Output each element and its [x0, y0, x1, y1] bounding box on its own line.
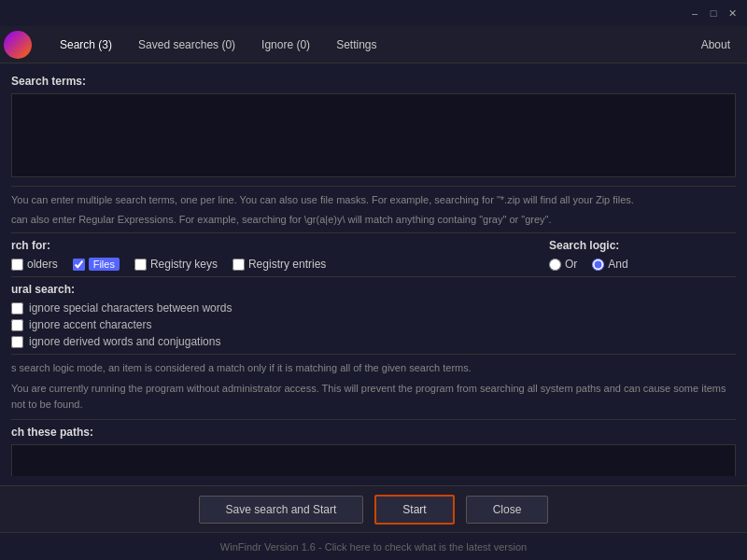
search-paths-input[interactable] [11, 444, 736, 476]
start-button[interactable]: Start [374, 495, 454, 525]
menu-bar: Search (3) Saved searches (0) Ignore (0)… [0, 26, 747, 63]
checkbox-files-input[interactable] [73, 259, 85, 271]
radio-and-label: And [608, 258, 627, 271]
checkbox-registry-keys[interactable]: Registry keys [134, 258, 218, 271]
natural-ignore-accent-label: ignore accent characters [29, 318, 151, 331]
checkbox-registry-entries-label: Registry entries [248, 258, 326, 271]
close-button[interactable]: ✕ [725, 6, 740, 21]
search-terms-input[interactable] [11, 93, 736, 177]
app-logo [4, 31, 32, 59]
search-paths-header: ch these paths: [11, 426, 736, 439]
warning-line1: s search logic mode, an item is consider… [11, 360, 736, 377]
natural-search-header: ural search: [11, 283, 736, 296]
search-logic-panel: Search logic: Or And [549, 239, 736, 271]
menu-saved-searches[interactable]: Saved searches (0) [125, 33, 248, 57]
menu-ignore[interactable]: Ignore (0) [248, 33, 323, 57]
status-text[interactable]: WinFindr Version 1.6 - Click here to che… [220, 541, 527, 553]
search-terms-header: Search terms: [11, 75, 736, 88]
menu-about[interactable]: About [688, 33, 743, 57]
status-bar[interactable]: WinFindr Version 1.6 - Click here to che… [0, 532, 747, 560]
radio-and[interactable]: And [592, 258, 627, 271]
checkbox-folders-label: olders [27, 258, 58, 271]
checkbox-registry-keys-input[interactable] [134, 259, 147, 271]
radio-or[interactable]: Or [549, 258, 577, 271]
natural-ignore-accent-input[interactable] [11, 319, 23, 331]
close-button-bottom[interactable]: Close [466, 496, 549, 524]
checkbox-registry-entries[interactable]: Registry entries [233, 258, 326, 271]
checkbox-folders-input[interactable] [11, 259, 23, 271]
menu-settings[interactable]: Settings [323, 33, 389, 57]
radio-or-label: Or [565, 258, 577, 271]
checkbox-files-label: Files [89, 258, 120, 271]
search-for-left: rch for: olders Files Registry keys Regi… [11, 239, 549, 271]
natural-ignore-derived[interactable]: ignore derived words and conjugations [11, 335, 736, 348]
search-for-label: rch for: [11, 239, 549, 252]
save-search-start-button[interactable]: Save search and Start [199, 496, 364, 524]
title-bar: – □ ✕ [0, 0, 747, 26]
menu-search[interactable]: Search (3) [47, 33, 125, 57]
natural-search-section: ural search: ignore special characters b… [11, 283, 736, 348]
checkboxes-row: olders Files Registry keys Registry entr… [11, 258, 549, 271]
natural-ignore-derived-input[interactable] [11, 336, 23, 348]
natural-ignore-special-label: ignore special characters between words [29, 301, 232, 315]
search-for-row: rch for: olders Files Registry keys Regi… [11, 239, 736, 271]
radio-and-input[interactable] [592, 259, 604, 271]
warning-line2: You are currently running the program wi… [11, 381, 736, 413]
natural-ignore-special[interactable]: ignore special characters between words [11, 301, 736, 315]
natural-ignore-derived-label: ignore derived words and conjugations [29, 335, 220, 348]
natural-ignore-special-input[interactable] [11, 302, 23, 315]
maximize-button[interactable]: □ [706, 6, 721, 21]
radio-group: Or And [549, 258, 736, 271]
minimize-button[interactable]: – [687, 6, 702, 21]
info-line1: You can enter multiple search terms, one… [11, 192, 736, 208]
bottom-bar: Save search and Start Start Close [0, 485, 747, 532]
checkbox-registry-entries-input[interactable] [233, 259, 245, 271]
checkbox-folders[interactable]: olders [11, 258, 58, 271]
search-logic-label: Search logic: [549, 239, 736, 252]
main-content: Search terms: You can enter multiple sea… [0, 63, 747, 476]
info-line2: can also enter Regular Expressions. For … [11, 212, 736, 228]
radio-or-input[interactable] [549, 259, 561, 271]
checkbox-registry-keys-label: Registry keys [150, 258, 218, 271]
natural-ignore-accent[interactable]: ignore accent characters [11, 318, 736, 331]
checkbox-files[interactable]: Files [73, 258, 120, 271]
